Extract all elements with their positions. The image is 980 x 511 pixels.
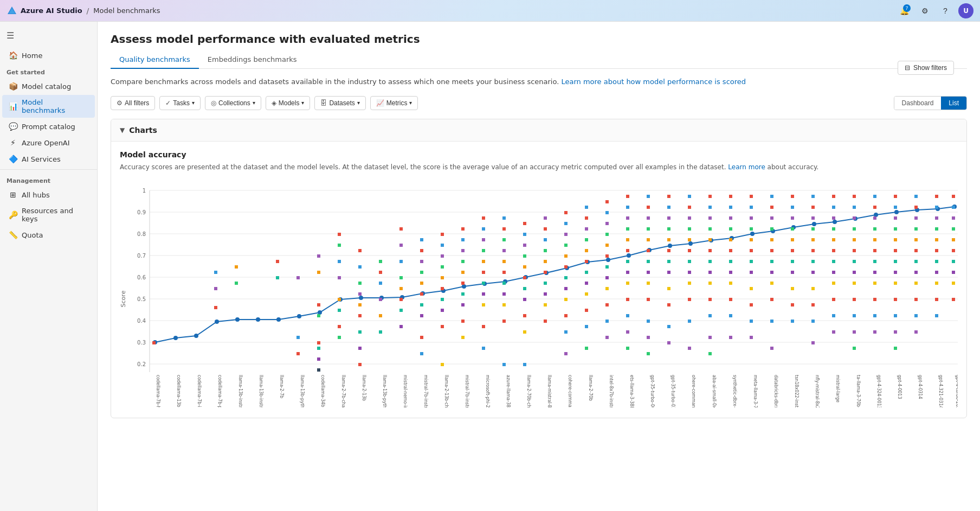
svg-rect-135 <box>461 271 465 274</box>
svg-rect-157 <box>502 271 506 274</box>
sidebar-label-prompt-catalog: Prompt catalog <box>22 123 75 131</box>
sidebar-item-home[interactable]: 🏠 Home <box>2 48 95 63</box>
help-button[interactable]: ? <box>938 3 953 18</box>
settings-button[interactable]: ⚙ <box>917 3 932 18</box>
svg-rect-264 <box>688 260 691 263</box>
svg-rect-73 <box>317 254 320 258</box>
svg-rect-410 <box>935 260 938 263</box>
svg-rect-116 <box>420 292 423 296</box>
svg-rect-180 <box>544 282 547 285</box>
svg-text:gpt-4-0314: gpt-4-0314 <box>918 375 923 399</box>
svg-rect-144 <box>482 249 485 252</box>
brand-name: Azure AI Studio <box>21 7 82 15</box>
resources-icon: 🔑 <box>9 210 17 219</box>
svg-rect-414 <box>935 314 938 317</box>
svg-rect-424 <box>952 298 955 301</box>
svg-rect-415 <box>952 195 955 198</box>
svg-rect-391 <box>894 347 897 350</box>
svg-rect-240 <box>647 271 650 274</box>
tab-embeddings-benchmarks[interactable]: Embeddings benchmarks <box>199 51 306 69</box>
sidebar-item-model-benchmarks[interactable]: 📊 Model benchmarks <box>2 95 95 118</box>
svg-rect-197 <box>585 216 588 220</box>
svg-rect-88 <box>358 249 362 252</box>
svg-rect-117 <box>420 303 423 306</box>
learn-more-link[interactable]: Learn more about how model performance i… <box>561 78 746 86</box>
svg-rect-380 <box>894 206 897 209</box>
sidebar-label-model-catalog: Model catalog <box>22 82 71 91</box>
svg-point-50 <box>750 232 755 236</box>
svg-rect-289 <box>729 260 732 263</box>
svg-rect-243 <box>647 320 650 323</box>
sidebar-toggle-button[interactable]: ☰ <box>4 28 16 43</box>
svg-rect-387 <box>894 282 897 285</box>
sidebar-item-all-hubs[interactable]: ⊞ All hubs <box>2 187 95 202</box>
chart-learn-more-link[interactable]: Learn more <box>728 163 765 171</box>
breadcrumb-page: Model benchmarks <box>93 7 160 15</box>
svg-rect-175 <box>544 227 547 231</box>
all-filters-button[interactable]: ⚙ All filters <box>111 96 155 110</box>
svg-rect-158 <box>502 282 506 285</box>
sidebar-item-prompt-catalog[interactable]: 💬 Prompt catalog <box>2 119 95 134</box>
svg-rect-189 <box>564 265 568 269</box>
svg-text:codellama-34b-hf: codellama-34b-hf <box>320 375 325 407</box>
svg-rect-416 <box>952 206 955 209</box>
collections-filter-button[interactable]: ◎ Collections ▾ <box>205 96 261 110</box>
content-area: Assess model performance with evaluated … <box>98 22 980 511</box>
sidebar-item-azure-openai[interactable]: ⚡ Azure OpenAI <box>2 135 95 150</box>
tasks-filter-button[interactable]: ✓ Tasks ▾ <box>159 96 201 110</box>
question-icon: ? <box>943 7 947 15</box>
svg-rect-191 <box>564 287 568 290</box>
svg-point-22 <box>173 336 178 340</box>
svg-rect-321 <box>791 216 794 220</box>
svg-rect-96 <box>358 363 362 366</box>
sidebar-item-model-catalog[interactable]: 📦 Model catalog <box>2 79 95 94</box>
models-filter-button[interactable]: ◈ Models ▾ <box>266 96 311 110</box>
svg-rect-388 <box>894 298 897 301</box>
svg-rect-287 <box>729 238 732 241</box>
svg-rect-188 <box>564 254 568 258</box>
svg-rect-210 <box>605 222 609 225</box>
list-view-button[interactable]: List <box>941 97 966 110</box>
svg-rect-282 <box>708 352 712 355</box>
svg-rect-286 <box>729 227 732 231</box>
charts-header[interactable]: ▼ Charts <box>111 119 966 142</box>
topbar-left: Azure AI Studio / Model benchmarks <box>7 5 160 16</box>
svg-rect-344 <box>832 216 835 220</box>
tab-quality-label: Quality benchmarks <box>119 55 190 63</box>
svg-rect-169 <box>523 287 526 290</box>
svg-rect-153 <box>502 227 506 231</box>
dashboard-view-button[interactable]: Dashboard <box>894 97 942 110</box>
quota-icon: 📏 <box>9 231 17 239</box>
sidebar-item-quota[interactable]: 📏 Quota <box>2 227 95 242</box>
svg-rect-202 <box>585 271 588 274</box>
svg-rect-241 <box>647 282 650 285</box>
svg-point-23 <box>194 334 198 338</box>
svg-rect-101 <box>379 314 382 317</box>
svg-rect-347 <box>832 249 835 252</box>
svg-text:gpt-4-324-0013: gpt-4-324-0013 <box>876 375 881 407</box>
sidebar-item-resources-keys[interactable]: 🔑 Resources and keys <box>2 203 95 226</box>
svg-rect-339 <box>811 303 815 306</box>
svg-rect-160 <box>502 303 506 306</box>
svg-rect-283 <box>729 195 732 198</box>
datasets-filter-button[interactable]: 🗄 Datasets ▾ <box>314 96 365 110</box>
svg-rect-70 <box>296 336 300 339</box>
svg-rect-128 <box>441 309 444 312</box>
svg-rect-113 <box>420 260 423 263</box>
svg-point-44 <box>627 253 631 258</box>
show-filters-button[interactable]: ⊟ Show filters <box>898 61 954 75</box>
svg-rect-236 <box>647 227 650 231</box>
svg-point-28 <box>297 314 301 318</box>
svg-rect-269 <box>688 347 691 350</box>
svg-rect-102 <box>379 330 382 334</box>
svg-rect-213 <box>605 254 609 258</box>
sidebar-item-ai-services[interactable]: 🔷 AI Services <box>2 151 95 167</box>
svg-point-36 <box>462 284 466 289</box>
metrics-filter-button[interactable]: 📈 Metrics ▾ <box>370 96 418 110</box>
user-avatar[interactable]: U <box>958 3 973 18</box>
charts-title: Charts <box>129 126 157 135</box>
svg-rect-119 <box>420 336 423 339</box>
svg-rect-129 <box>441 325 444 328</box>
tab-quality-benchmarks[interactable]: Quality benchmarks <box>111 51 199 69</box>
notifications-button[interactable]: 🔔 7 <box>897 3 912 18</box>
